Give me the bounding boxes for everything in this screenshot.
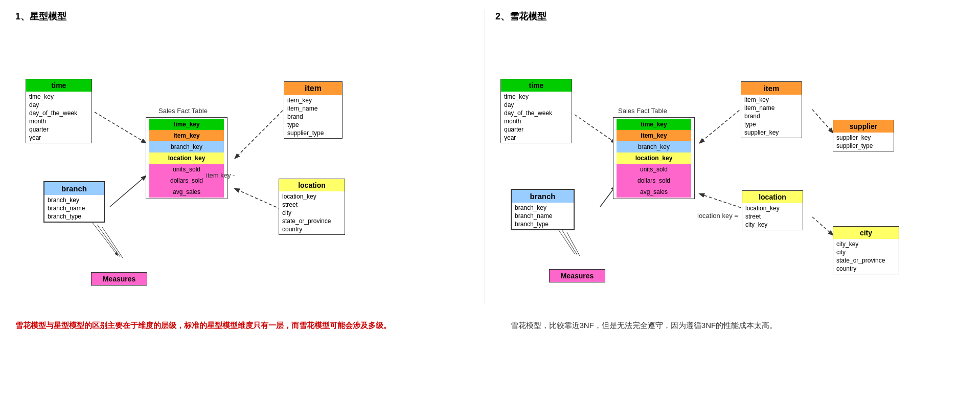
right-time-header: time xyxy=(501,79,572,92)
right-item-body: item_key item_name brand type supplier_k… xyxy=(741,95,802,138)
left-item-header: item xyxy=(284,82,342,95)
right-diagram-section: 2、雪花模型 xyxy=(495,10,965,304)
left-item-body: item_key item_name brand type supplier_t… xyxy=(284,95,342,138)
svg-line-3 xyxy=(235,189,281,209)
left-diagram-area: time time_key day day_of_the_week month … xyxy=(15,33,485,304)
svg-line-15 xyxy=(567,232,580,256)
left-item-key-annotation: item key - xyxy=(206,171,235,179)
left-measures-header: Measures xyxy=(92,273,147,285)
section-divider xyxy=(485,10,485,304)
right-diagram-area: time time_key day day_of_the_week month … xyxy=(495,33,965,304)
left-location-table: location location_key street city state_… xyxy=(279,179,345,235)
bottom-left-text: 雪花模型与星型模型的区别主要在于维度的层级，标准的星型模型维度只有一层，而雪花模… xyxy=(15,319,470,332)
svg-line-5 xyxy=(97,225,120,257)
right-item-header: item xyxy=(741,82,802,95)
bottom-text-container: 雪花模型与星型模型的区别主要在于维度的层级，标准的星型模型维度只有一层，而雪花模… xyxy=(0,314,980,342)
right-section-title: 2、雪花模型 xyxy=(495,10,965,23)
right-location-key-annotation: location key = xyxy=(697,212,738,220)
right-supplier-body: supplier_key supplier_type xyxy=(833,133,894,151)
left-time-header: time xyxy=(26,79,92,92)
right-supplier-header: supplier xyxy=(833,120,894,133)
left-location-header: location xyxy=(279,179,345,191)
left-time-table: time time_key day day_of_the_week month … xyxy=(26,79,92,143)
right-branch-table: branch branch_key branch_name branch_typ… xyxy=(511,189,575,230)
left-branch-table: branch branch_key branch_name branch_typ… xyxy=(43,181,105,223)
right-time-body: time_key day day_of_the_week month quart… xyxy=(501,92,572,143)
right-measures-table: Measures xyxy=(549,269,605,282)
right-fact-body: time_key item_key branch_key location_ke… xyxy=(613,118,694,199)
left-measures-table: Measures xyxy=(91,272,147,286)
main-container: 1、星型模型 xyxy=(0,0,980,314)
bottom-right-text: 雪花模型，比较靠近3NF，但是无法完全遵守，因为遵循3NF的性能成本太高。 xyxy=(490,319,965,332)
right-location-body: location_key street city_key xyxy=(742,203,803,230)
right-time-table: time time_key day day_of_the_week month … xyxy=(500,79,572,143)
left-item-table: item item_key item_name brand type suppl… xyxy=(284,81,343,139)
left-section-title: 1、星型模型 xyxy=(15,10,485,23)
left-branch-body: branch_key branch_name branch_type xyxy=(44,195,104,222)
right-item-table: item item_key item_name brand type suppl… xyxy=(741,81,802,138)
left-branch-header: branch xyxy=(44,182,104,195)
svg-line-11 xyxy=(700,194,746,209)
left-location-body: location_key street city state_or_provin… xyxy=(279,191,345,234)
right-location-header: location xyxy=(742,191,803,203)
right-fact-table: time_key item_key branch_key location_ke… xyxy=(613,117,695,199)
left-fact-body: time_key item_key branch_key location_ke… xyxy=(146,118,227,199)
right-supplier-table: supplier supplier_key supplier_type xyxy=(833,120,894,151)
svg-line-0 xyxy=(95,112,146,143)
svg-line-1 xyxy=(235,107,286,158)
svg-line-2 xyxy=(110,176,146,207)
left-diagram-section: 1、星型模型 xyxy=(15,10,485,304)
svg-line-9 xyxy=(812,110,833,133)
svg-line-12 xyxy=(812,217,833,235)
right-city-body: city_key city state_or_province country xyxy=(833,239,899,274)
svg-line-13 xyxy=(557,227,575,254)
svg-line-7 xyxy=(575,115,616,143)
svg-line-4 xyxy=(92,222,118,255)
right-branch-header: branch xyxy=(512,190,574,203)
right-city-header: city xyxy=(833,227,899,239)
left-arrows-svg xyxy=(15,33,485,304)
left-time-body: time_key day day_of_the_week month quart… xyxy=(26,92,92,143)
svg-line-8 xyxy=(700,107,743,143)
right-city-table: city city_key city state_or_province cou… xyxy=(833,226,899,274)
left-fact-label: Sales Fact Table xyxy=(158,107,208,115)
right-fact-label: Sales Fact Table xyxy=(618,107,667,115)
right-location-table: location location_key street city_key xyxy=(742,190,803,230)
svg-line-14 xyxy=(562,230,577,255)
svg-line-6 xyxy=(102,227,123,258)
right-branch-body: branch_key branch_name branch_type xyxy=(512,203,574,229)
right-measures-header: Measures xyxy=(550,270,605,282)
left-fact-table: time_key item_key branch_key location_ke… xyxy=(146,117,227,199)
